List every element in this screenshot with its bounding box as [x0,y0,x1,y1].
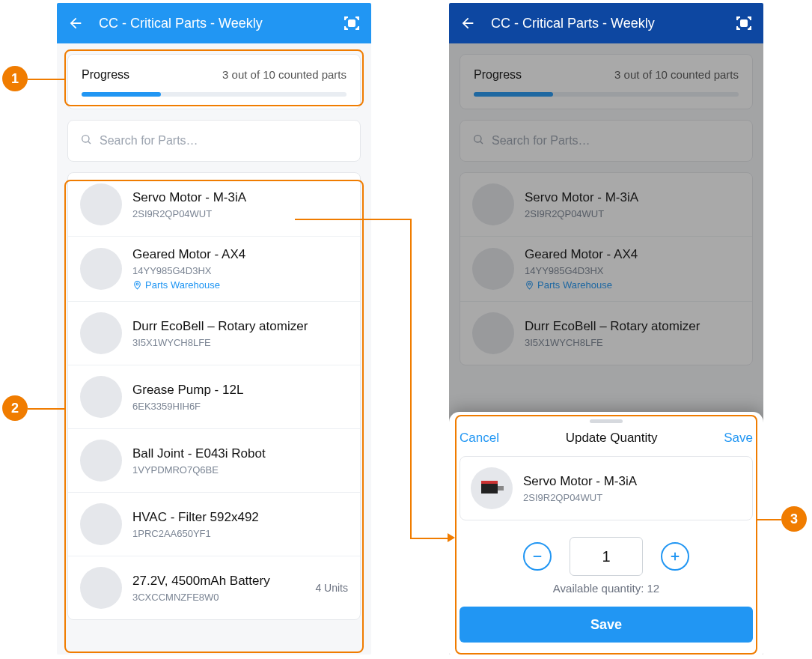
part-thumbnail [471,467,513,509]
annotation-connector [757,519,781,520]
list-item[interactable]: Grease Pump - 12L6EK3359HIH6F [68,365,360,429]
available-quantity: Available quantity: 12 [460,582,753,595]
search-icon [80,133,92,148]
part-thumbnail [80,503,122,545]
progress-label: Progress [82,68,129,82]
parts-list: Servo Motor - M-3iA2SI9R2QP04WUTGeared M… [67,172,361,620]
progress-bar-fill [82,92,161,97]
svg-rect-6 [481,483,498,494]
part-name: Ball Joint - E043i Robot [132,446,348,461]
scan-icon[interactable] [735,14,753,32]
quantity-stepper: 1 [460,537,753,576]
annotation-connector [410,538,449,539]
part-code: 2SI9R2QP04WUT [523,492,742,503]
annotation-connector [295,219,412,220]
annotation-badge-1: 1 [2,66,28,91]
part-code: 1VYPDMRO7Q6BE [132,464,348,476]
decrement-button[interactable] [523,542,552,571]
part-thumbnail [80,183,122,225]
progress-card: Progress 3 out of 10 counted parts [67,54,361,109]
list-item[interactable]: HVAC - Filter 592x4921PRC2AA650YF1 [68,493,360,556]
back-icon[interactable] [67,15,84,31]
svg-rect-0 [349,20,355,26]
page-title: CC - Critical Parts - Weekly [491,16,720,31]
annotation-badge-3: 3 [781,506,807,532]
phone-list-view: CC - Critical Parts - Weekly Progress 3 … [57,3,371,655]
save-button[interactable]: Save [460,607,753,643]
page-title: CC - Critical Parts - Weekly [99,16,328,31]
list-item[interactable]: Geared Motor - AX414YY985G4D3HXParts War… [68,237,360,302]
part-name: Grease Pump - 12L [132,383,348,398]
part-thumbnail [80,248,122,290]
list-item[interactable]: Ball Joint - E043i Robot1VYPDMRO7Q6BE [68,429,360,493]
svg-rect-7 [481,481,498,484]
phone-sheet-view: CC - Critical Parts - Weekly Progress 3 … [449,3,763,655]
annotation-badge-2: 2 [2,395,28,421]
part-thumbnail [80,312,122,354]
search-input[interactable]: Search for Parts… [67,120,361,162]
part-thumbnail [80,440,122,482]
progress-status: 3 out of 10 counted parts [222,68,347,82]
part-location-text: Parts Warehouse [145,279,220,291]
selected-part-card: Servo Motor - M-3iA 2SI9R2QP04WUT [460,456,753,520]
sheet-grabber[interactable] [590,419,623,423]
part-name: 27.2V, 4500mAh Battery [132,574,305,589]
part-name: Geared Motor - AX4 [132,247,348,262]
update-quantity-sheet: Cancel Update Quantity Save Servo Motor … [449,412,763,655]
part-name: Durr EcoBell – Rotary atomizer [132,319,348,334]
part-name: HVAC - Filter 592x492 [132,510,348,525]
part-code: 6EK3359HIH6F [132,401,348,412]
part-code: 3CXCCMNZFE8W0 [132,592,305,603]
svg-rect-3 [741,20,747,26]
part-thumbnail [80,567,122,609]
part-name: Servo Motor - M-3iA [132,190,348,205]
annotation-arrowhead [448,533,455,542]
quantity-input[interactable]: 1 [570,537,643,576]
scan-icon[interactable] [343,14,361,32]
sheet-title: Update Quantity [566,431,658,446]
part-units: 4 Units [315,582,348,594]
part-code: 3I5X1WYCH8LFE [132,337,348,348]
annotation-connector [28,408,64,410]
app-bar: CC - Critical Parts - Weekly [449,3,763,43]
annotation-connector [28,79,64,80]
part-thumbnail [80,376,122,418]
part-location: Parts Warehouse [132,279,348,291]
cancel-button[interactable]: Cancel [460,431,499,446]
svg-point-1 [82,136,89,142]
part-name: Servo Motor - M-3iA [523,474,742,489]
part-code: 2SI9R2QP04WUT [132,208,348,219]
list-item[interactable]: 27.2V, 4500mAh Battery3CXCCMNZFE8W04 Uni… [68,556,360,619]
list-item[interactable]: Durr EcoBell – Rotary atomizer3I5X1WYCH8… [68,302,360,365]
svg-rect-8 [498,486,504,491]
part-code: 1PRC2AA650YF1 [132,528,348,539]
search-placeholder: Search for Parts… [100,134,198,148]
list-item[interactable]: Servo Motor - M-3iA2SI9R2QP04WUT [68,173,360,237]
svg-point-2 [136,283,138,285]
part-code: 14YY985G4D3HX [132,265,348,276]
save-link[interactable]: Save [724,431,753,446]
progress-bar [82,92,347,97]
app-bar: CC - Critical Parts - Weekly [57,3,371,43]
annotation-connector [410,219,412,538]
increment-button[interactable] [661,542,689,571]
back-icon[interactable] [460,15,476,31]
